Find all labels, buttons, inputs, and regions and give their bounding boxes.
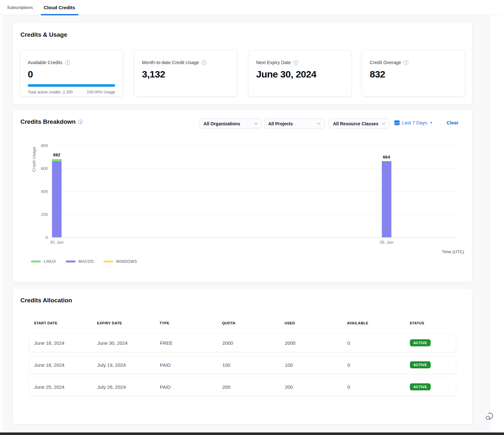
status-badge: ACTIVE — [410, 361, 431, 368]
organizations-filter-dropdown[interactable]: All Organizations — [199, 118, 262, 129]
legend-label: LINUX — [44, 259, 56, 264]
cell-used: 200 — [285, 384, 293, 390]
chart-plot: Credit Usage 020040060080068220. Jun6642… — [51, 145, 456, 237]
cell-expiry: July 19, 2024 — [97, 362, 126, 368]
caret-down-icon: ▾ — [430, 121, 432, 125]
column-header: AVAILABLE — [347, 321, 368, 325]
credits-progress-bar — [28, 84, 115, 87]
resource-classes-filter-dropdown[interactable]: All Resource Classes — [329, 118, 389, 129]
date-range-picker[interactable]: Last 7 Days ▾ — [394, 120, 432, 125]
mtd-usage-value: 3,132 — [142, 69, 229, 80]
tab-bar: Subscriptions Cloud Credits — [0, 0, 504, 15]
date-range-value: Last 7 Days — [402, 120, 427, 125]
credits-allocation-panel: Credits Allocation START DATEEXPIRY DATE… — [13, 289, 472, 424]
cell-start: June 25, 2024 — [34, 384, 64, 390]
cell-type: PAID — [160, 384, 171, 390]
next-expiry-card: Next Expiry Date i June 30, 2024 — [248, 50, 352, 96]
chart-gridline — [51, 145, 456, 146]
projects-filter-dropdown[interactable]: All Projects — [264, 118, 325, 129]
legend-label: MACOS — [78, 259, 94, 264]
chart-y-tick-label: 200 — [41, 212, 48, 217]
available-credits-label: Available Credits — [28, 60, 63, 65]
credits-usage-title: Credits & Usage — [20, 31, 67, 38]
column-header: USED — [285, 321, 295, 325]
next-expiry-label: Next Expiry Date — [256, 60, 291, 65]
cell-available: 0 — [347, 340, 350, 346]
chart-bar-segment-linux — [52, 159, 62, 162]
chevron-down-icon — [382, 122, 385, 125]
cell-available: 0 — [347, 362, 350, 368]
mtd-usage-card: Month-to-date Credit Usage i 3,132 — [134, 50, 237, 96]
credit-overage-card: Credit Overage i 832 — [362, 50, 465, 96]
clear-filters-button[interactable]: Clear — [447, 120, 459, 125]
chart-gridline — [51, 191, 456, 192]
cell-used: 100 — [285, 362, 293, 368]
column-header: EXPIRY DATE — [97, 321, 122, 325]
info-icon[interactable]: i — [65, 60, 70, 65]
tab-subscriptions[interactable]: Subscriptions — [7, 0, 33, 15]
info-icon[interactable]: i — [202, 60, 206, 65]
legend-swatch — [31, 261, 41, 262]
credit-overage-value: 832 — [370, 69, 457, 80]
cell-start: June 18, 2024 — [34, 362, 64, 368]
status-badge: ACTIVE — [410, 383, 431, 390]
credits-breakdown-panel: Credits Breakdown i All Organizations Al… — [13, 110, 472, 282]
info-icon[interactable]: i — [78, 120, 83, 124]
calendar-icon — [394, 120, 400, 125]
credits-allocation-title: Credits Allocation — [20, 297, 72, 304]
cell-quota: 2000 — [222, 340, 233, 346]
chart-x-tick-label: 20. Jun — [50, 240, 63, 245]
cell-available: 0 — [347, 384, 350, 390]
cell-expiry: July 26, 2024 — [97, 384, 126, 390]
chevron-down-icon — [254, 122, 258, 125]
cell-expiry: June 30, 2024 — [97, 340, 128, 346]
chart-x-tick — [387, 237, 387, 239]
organizations-filter-value: All Organizations — [204, 121, 240, 126]
chart-bar-value-label: 682 — [53, 152, 61, 159]
info-icon[interactable]: i — [293, 60, 298, 65]
legend-item-macos[interactable]: MACOS — [66, 259, 94, 264]
available-credits-value: 0 — [28, 69, 115, 80]
cell-status: ACTIVE — [410, 339, 431, 346]
window-bottom-edge — [0, 432, 504, 435]
table-row: June 18, 2024June 30, 2024FREE200020000A… — [29, 334, 456, 352]
chart-bar — [52, 159, 62, 238]
cell-type: FREE — [160, 340, 173, 346]
status-badge: ACTIVE — [410, 339, 431, 346]
active-tab-underline — [41, 14, 78, 15]
column-header: STATUS — [410, 321, 424, 325]
chart-y-tick-label: 400 — [41, 189, 48, 194]
chart-gridline — [51, 168, 456, 169]
chart-bar — [382, 161, 391, 237]
credits-breakdown-title-text: Credits Breakdown — [20, 118, 76, 125]
chart-y-tick-label: 600 — [41, 166, 48, 171]
info-icon[interactable]: i — [404, 60, 408, 65]
total-active-credits-text: Total active credits: 2,300 — [28, 90, 73, 94]
chart-bar-value-label: 664 — [383, 155, 390, 161]
chart-x-tick-label: 25. Jun — [380, 240, 393, 245]
cell-status: ACTIVE — [410, 383, 431, 390]
chart-gridline — [51, 214, 456, 215]
available-credits-card: Available Credits i 0 Total active credi… — [20, 50, 123, 96]
legend-item-linux[interactable]: LINUX — [31, 259, 56, 264]
table-row: June 18, 2024July 19, 2024PAID1001000ACT… — [29, 356, 456, 374]
cell-status: ACTIVE — [410, 361, 431, 368]
chart-y-tick-label: 0 — [46, 235, 48, 240]
next-expiry-value: June 30, 2024 — [256, 69, 344, 80]
resource-classes-filter-value: All Resource Classes — [333, 121, 378, 126]
legend-label: WINDOWS — [116, 259, 137, 264]
column-header: TYPE — [159, 321, 169, 325]
table-row: June 25, 2024July 26, 2024PAID2002000ACT… — [29, 378, 456, 396]
support-chat-icon[interactable] — [484, 411, 495, 422]
credits-breakdown-title: Credits Breakdown i — [20, 118, 83, 125]
chart-x-tick — [57, 237, 57, 239]
tab-cloud-credits[interactable]: Cloud Credits — [41, 0, 78, 15]
legend-item-windows[interactable]: WINDOWS — [103, 259, 137, 264]
allocation-table: June 18, 2024June 30, 2024FREE200020000A… — [29, 334, 456, 400]
chart-bar-segment-macos — [382, 161, 391, 237]
cell-quota: 100 — [222, 362, 230, 368]
credits-usage-panel: Credits & Usage Available Credits i 0 To… — [13, 23, 472, 104]
chart-legend: LINUXMACOSWINDOWS — [31, 259, 137, 264]
chart-x-axis-title: Time (UTC) — [442, 249, 464, 254]
column-header: QUOTA — [222, 321, 235, 325]
